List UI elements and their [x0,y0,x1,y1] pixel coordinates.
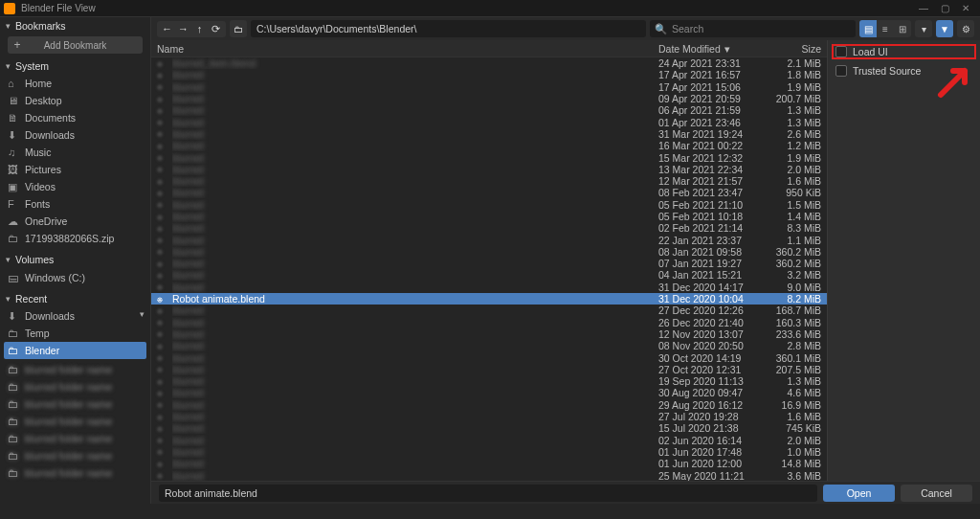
filename-input[interactable]: Robot animate.blend [159,485,817,502]
load-ui-option[interactable]: Load UI [832,44,976,59]
view-list-vertical[interactable]: ▤ [859,20,877,37]
file-row[interactable]: ⎈blurred30 Oct 2020 14:19360.1 MiB [151,351,827,363]
file-row[interactable]: ⎈blurred22 Jan 2021 23:371.1 MiB [151,234,827,245]
file-icon: ⎈ [157,294,172,305]
sidebar-system-item[interactable]: 🖼Pictures [4,161,146,178]
maximize-button[interactable]: ▢ [934,3,955,13]
file-name: blurred [172,117,658,128]
view-thumbnail[interactable]: ⊞ [894,20,911,37]
open-button[interactable]: Open [823,485,895,502]
file-date: 05 Feb 2021 21:10 [658,199,768,211]
new-folder-button[interactable]: 🗀 [230,20,247,37]
sidebar-recent-item[interactable]: 🗀blurred folder name [4,464,146,482]
checkbox-icon[interactable] [835,46,847,57]
file-row[interactable]: ⎈blurred04 Jan 2021 15:213.2 MiB [151,269,827,281]
file-row[interactable]: ⎈blurred12 Mar 2021 21:571.6 MiB [151,175,827,187]
up-button[interactable]: ↑ [192,23,207,35]
recent-header[interactable]: ▾ Recent [0,290,150,307]
file-row[interactable]: ⎈blurred05 Feb 2021 10:181.4 MiB [151,211,827,222]
file-row[interactable]: ⎈blurred06 Apr 2021 21:591.3 MiB [151,104,827,116]
minimize-button[interactable]: — [913,3,934,13]
file-row[interactable]: ⎈blurred31 Dec 2020 14:179.0 MiB [151,282,827,293]
back-button[interactable]: ← [160,23,174,35]
sidebar-system-item[interactable]: ♫Music [4,144,146,161]
file-row[interactable]: ⎈blurred01 Apr 2021 23:461.3 MiB [151,116,827,127]
filter-button[interactable]: ▼ [936,20,953,37]
file-row[interactable]: ⎈blurred01 Jun 2020 12:0014.8 MiB [151,458,827,469]
forward-button[interactable]: → [176,23,190,35]
col-name[interactable]: Name [157,43,658,55]
file-row[interactable]: ⎈blurred17 Apr 2021 15:061.9 MiB [151,81,827,93]
bookmarks-header[interactable]: ▾ Bookmarks [0,17,150,34]
file-row[interactable]: ⎈blurred15 Jul 2020 21:38745 KiB [151,422,827,434]
file-row[interactable]: ⎈blurred05 Feb 2021 21:101.5 MiB [151,199,827,211]
file-row[interactable]: ⎈blurred25 May 2020 11:213.6 MiB [151,469,827,481]
file-row[interactable]: ⎈blurred31 Mar 2021 19:242.6 MiB [151,128,827,140]
file-name: blurred [172,340,658,351]
checkbox-icon[interactable] [835,65,847,77]
file-row[interactable]: ⎈blurred19 Sep 2020 11:131.3 MiB [151,375,827,387]
file-row[interactable]: ⎈blurred02 Jun 2020 16:142.0 MiB [151,435,827,446]
file-row[interactable]: ⎈blurred07 Jan 2021 19:27360.2 MiB [151,258,827,269]
file-row[interactable]: ⎈blurred13 Mar 2021 22:342.0 MiB [151,164,827,175]
file-row[interactable]: ⎈blurred16 Mar 2021 00:221.2 MiB [151,140,827,151]
col-size[interactable]: Size [768,43,821,55]
sidebar-system-item[interactable]: ☁OneDrive [4,213,146,230]
sidebar-recent-item[interactable]: 🗀blurred folder name [4,447,146,464]
sidebar-recent-item[interactable]: 🗀blurred folder name [4,413,146,430]
sidebar-system-item[interactable]: ⌂Home [4,75,146,92]
settings-button[interactable]: ⚙ [957,20,974,37]
sidebar-system-item[interactable]: 🗎Documents [4,109,146,126]
chevron-down-icon[interactable]: ▾ [140,309,145,319]
file-name: blurred [172,387,658,398]
file-row[interactable]: ⎈blurred15 Mar 2021 12:321.9 MiB [151,151,827,163]
system-header[interactable]: ▾ System [0,57,150,75]
volumes-header[interactable]: ▾ Volumes [0,251,150,268]
search-input[interactable]: 🔍 Search [650,20,856,37]
sidebar-recent-item[interactable]: 🗀blurred folder name [4,430,146,447]
file-row[interactable]: ⎈blurred02 Feb 2021 21:148.3 MiB [151,222,827,234]
refresh-button[interactable]: ⟳ [209,23,223,35]
file-icon: ⎈ [157,270,172,281]
sidebar-recent-item[interactable]: 🗀blurred folder name [4,361,146,378]
sidebar-recent-item[interactable]: 🗀blurred folder name [4,395,146,413]
close-button[interactable]: ✕ [955,3,976,13]
file-size: 1.6 MiB [768,175,821,187]
file-row[interactable]: ⎈blurred_item.blend24 Apr 2021 23:312.1 … [151,57,827,69]
file-row[interactable]: ⎈Robot animate.blend31 Dec 2020 10:048.2… [151,293,827,305]
file-row[interactable]: ⎈blurred01 Jun 2020 17:481.0 MiB [151,446,827,458]
sidebar-volume-item[interactable]: 🖴Windows (C:) [4,268,146,286]
trusted-source-option[interactable]: Trusted Source [835,63,972,79]
sidebar-recent-item[interactable]: ⬇Downloads [4,307,146,325]
file-size: 2.6 MiB [768,128,821,140]
file-row[interactable]: ⎈blurred29 Aug 2020 16:1216.9 MiB [151,399,827,411]
file-row[interactable]: ⎈blurred26 Dec 2020 21:40160.3 MiB [151,317,827,328]
file-row[interactable]: ⎈blurred27 Oct 2020 12:31207.5 MiB [151,364,827,375]
view-list-horizontal[interactable]: ≡ [877,20,894,37]
add-bookmark-button[interactable]: + Add Bookmark [8,36,143,54]
file-row[interactable]: ⎈blurred27 Dec 2020 12:26168.7 MiB [151,305,827,316]
cancel-button[interactable]: Cancel [901,485,972,502]
sidebar-system-item[interactable]: 🗀171993882066S.zip [4,230,146,247]
file-row[interactable]: ⎈blurred17 Apr 2021 16:571.8 MiB [151,69,827,80]
sidebar-recent-item[interactable]: 🗀Temp [4,325,146,342]
sidebar-recent-item[interactable]: 🗀Blender [4,342,146,359]
sidebar-recent-item[interactable]: 🗀blurred folder name [4,378,146,395]
sidebar-system-item[interactable]: ▣Videos [4,178,146,195]
file-row[interactable]: ⎈blurred27 Jul 2020 19:281.6 MiB [151,411,827,422]
file-size: 1.5 MiB [768,199,821,211]
col-date[interactable]: Date Modified ▾ [658,43,768,55]
file-list[interactable]: ⎈blurred_item.blend24 Apr 2021 23:312.1 … [151,57,827,481]
path-input[interactable]: C:\Users\davyr\Documents\Blender\ [251,20,646,37]
sidebar-system-item[interactable]: ⬇Downloads [4,126,146,144]
file-row[interactable]: ⎈blurred30 Aug 2020 09:474.6 MiB [151,387,827,398]
file-row[interactable]: ⎈blurred09 Apr 2021 20:59200.7 MiB [151,93,827,104]
sort-dropdown[interactable]: ▾ [915,20,932,37]
sidebar-system-item[interactable]: FFonts [4,195,146,213]
file-row[interactable]: ⎈blurred08 Nov 2020 20:502.8 MiB [151,340,827,351]
file-row[interactable]: ⎈blurred08 Jan 2021 09:58360.2 MiB [151,246,827,258]
file-row[interactable]: ⎈blurred08 Feb 2021 23:47950 KiB [151,187,827,198]
file-size: 1.3 MiB [768,117,821,128]
file-row[interactable]: ⎈blurred12 Nov 2020 13:07233.6 MiB [151,328,827,340]
sidebar-system-item[interactable]: 🖥Desktop [4,92,146,109]
